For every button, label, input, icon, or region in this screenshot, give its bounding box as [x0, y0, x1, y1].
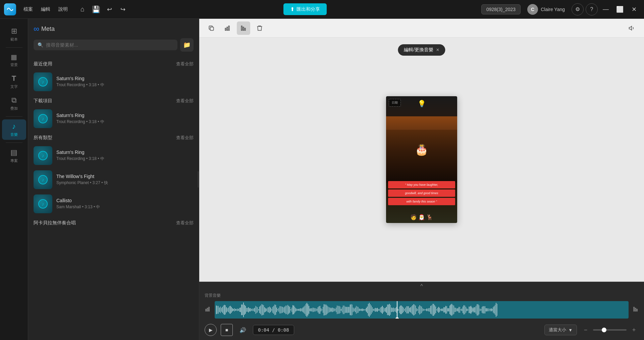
undo-button[interactable]: ↩ [103, 3, 115, 15]
edit-tooltip: 編輯/更換音樂 × [398, 44, 445, 56]
search-input[interactable] [46, 42, 173, 48]
waveform-bar [399, 306, 400, 314]
sticker-icon: ⧉ [11, 96, 17, 105]
waveform-bar [425, 309, 426, 311]
video-party-scene: 🎂 [386, 116, 457, 183]
home-button[interactable]: ⌂ [76, 3, 89, 15]
waveform-bar [449, 305, 450, 314]
sidebar-item-project[interactable]: ▤ 專案 [2, 146, 26, 166]
bg-music-label: 背景音樂 [199, 291, 644, 300]
waveform-bar [284, 306, 285, 313]
waveform-bar [356, 306, 357, 314]
waveform-bar [228, 307, 229, 312]
section-acapella-view-all[interactable]: 查看全部 [176, 220, 194, 226]
bar-chart-button[interactable] [221, 21, 234, 35]
bar-chart-alt-button[interactable] [237, 21, 250, 35]
tooltip-close-button[interactable]: × [436, 47, 439, 53]
waveform-bar [243, 302, 244, 317]
section-recent-view-all[interactable]: 查看全部 [176, 61, 194, 67]
waveform-bar [321, 308, 321, 311]
section-alltypes-view-all[interactable]: 查看全部 [176, 135, 194, 141]
waveform-bar [493, 307, 493, 313]
menu-file[interactable]: 檔案 [20, 5, 36, 14]
waveform[interactable] [215, 301, 629, 319]
redo-button[interactable]: ↪ [117, 3, 129, 15]
volume-button[interactable] [625, 21, 639, 35]
size-selector[interactable]: 適當大小 ▼ [544, 325, 577, 335]
export-icon: ⬆ [290, 6, 294, 12]
size-chevron-icon: ▼ [568, 328, 573, 333]
waveform-bar [492, 309, 492, 311]
menu-help[interactable]: 說明 [55, 5, 71, 14]
sidebar-item-background[interactable]: ▦ 背景 [2, 50, 26, 70]
waveform-bar [454, 307, 455, 312]
timeline-bars-icon[interactable] [205, 306, 211, 314]
waveform-bar [388, 304, 389, 316]
delete-button[interactable] [253, 21, 266, 35]
waveform-bar [222, 307, 223, 313]
waveform-bar [329, 307, 329, 313]
light-bulb-icon: 💡 [418, 100, 426, 108]
waveform-bar [230, 306, 231, 314]
volume-control-button[interactable]: 🔊 [237, 324, 249, 336]
timeline-right-icon[interactable] [633, 306, 639, 314]
waveform-bar [324, 304, 324, 315]
list-item[interactable]: ♪ Saturn's Ring Trout Recording • 3:18 •… [34, 144, 194, 168]
list-item[interactable]: ♪ Saturn's Ring Trout Recording • 3:18 •… [34, 70, 194, 94]
waveform-bar [486, 308, 486, 311]
close-button[interactable]: ✕ [628, 3, 640, 15]
waveform-bar [404, 309, 405, 311]
project-icon: ▤ [10, 148, 17, 157]
zoom-slider[interactable] [593, 329, 627, 331]
help-button[interactable]: ? [586, 3, 598, 15]
waveform-bar [346, 307, 346, 313]
music-info-all-3: Callisto Sam Marshall • 3:13 • 中 [56, 198, 194, 210]
list-item[interactable]: ♪ The Willow's Fight Symphonic Planet • … [34, 168, 194, 192]
music-title-all-2: The Willow's Fight [56, 174, 194, 179]
waveform-bar [282, 307, 283, 313]
play-button[interactable]: ▶ [205, 324, 217, 336]
waveform-bar [342, 307, 342, 312]
waveform-bar [344, 305, 344, 314]
maximize-button[interactable]: ⬜ [614, 3, 626, 15]
waveform-bar [319, 306, 319, 314]
waveform-bar [303, 307, 303, 312]
menu-edit[interactable]: 編輯 [38, 5, 54, 14]
section-downloads-header: 下載項目 查看全部 [34, 94, 194, 107]
left-sidebar: ⊞ 範本 ▦ 背景 T 文字 ⧉ 疊加 ♪ 音樂 ▤ 專案 [0, 19, 28, 340]
waveform-bar [357, 306, 358, 313]
settings-button[interactable]: ⚙ [572, 3, 584, 15]
zoom-out-button[interactable]: − [581, 325, 590, 335]
sidebar-item-music[interactable]: ♪ 音樂 [2, 119, 26, 140]
save-button[interactable]: 💾 [90, 3, 102, 15]
zoom-in-button[interactable]: + [629, 325, 639, 335]
sidebar-item-sticker[interactable]: ⧉ 疊加 [2, 93, 26, 114]
waveform-bar [331, 308, 331, 311]
search-box: 🔍 [34, 40, 177, 50]
section-downloads-view-all[interactable]: 查看全部 [176, 98, 194, 104]
char-icon-1: 🧑 [410, 214, 417, 220]
list-item[interactable]: ♪ Saturn's Ring Trout Recording • 3:18 •… [34, 107, 194, 131]
stop-button[interactable]: ■ [221, 324, 233, 336]
waveform-bar [317, 309, 317, 311]
project-name[interactable]: 0928(3)_2023 [481, 4, 521, 14]
section-acapella-header: 阿卡貝拉無伴奏合唱 查看全部 [34, 216, 194, 229]
waveform-bar [266, 308, 267, 311]
collapse-arrow[interactable]: ^ [199, 282, 644, 291]
svg-rect-2 [227, 27, 228, 30]
waveform-bar [338, 306, 338, 314]
banner-text-3: with family this seaon " [391, 200, 452, 203]
sidebar-item-template[interactable]: ⊞ 範本 [2, 24, 26, 45]
waveform-bar [305, 305, 305, 314]
waveform-bar [413, 304, 414, 315]
waveform-bar [289, 307, 290, 313]
waveform-bar [308, 304, 308, 316]
copy-button[interactable] [205, 21, 218, 35]
folder-button[interactable]: 📁 [180, 38, 194, 52]
sidebar-item-text[interactable]: T 文字 [2, 71, 26, 92]
waveform-bar [233, 309, 234, 310]
svg-rect-1 [225, 28, 226, 31]
export-button[interactable]: ⬆ 匯出和分享 [283, 3, 327, 15]
minimize-button[interactable]: — [600, 3, 612, 15]
list-item[interactable]: ♪ Callisto Sam Marshall • 3:13 • 中 [34, 192, 194, 216]
